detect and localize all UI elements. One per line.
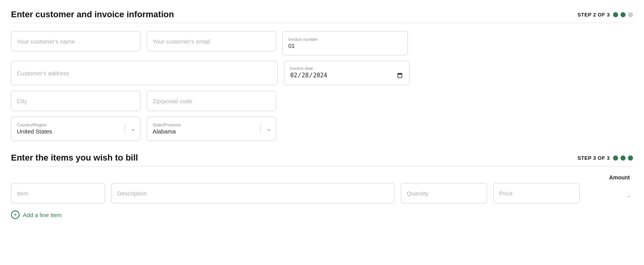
quantity-input[interactable] — [401, 183, 487, 203]
country-select[interactable]: United States — [17, 128, 135, 135]
customer-name-input[interactable] — [11, 31, 140, 51]
step2-divider — [11, 23, 633, 23]
step3-dot-3 — [628, 155, 633, 161]
price-group — [493, 183, 580, 203]
items-input-row: - — [11, 183, 633, 203]
state-select-divider — [260, 124, 261, 133]
step2-title: Enter customer and invoice information — [11, 9, 174, 20]
form-row-4: Country/Region United States ⌄ State/Pro… — [11, 117, 633, 141]
step2-indicator: STEP 2 OF 3 — [577, 12, 633, 18]
address-input[interactable] — [11, 61, 278, 85]
step3-divider — [11, 166, 633, 166]
step2-dot-3 — [628, 12, 633, 17]
item-group — [11, 183, 105, 203]
address-group — [11, 61, 278, 85]
step3-dots — [613, 155, 633, 161]
city-input[interactable] — [11, 91, 140, 111]
add-line-item-label: Add a line item — [23, 212, 62, 218]
state-label: State/Province — [153, 122, 270, 127]
step3-title: Enter the items you wish to bill — [11, 153, 138, 163]
item-input[interactable] — [11, 183, 105, 203]
country-select-wrapper: Country/Region United States ⌄ — [11, 117, 140, 141]
price-input[interactable] — [493, 183, 580, 203]
form-row-2: Invoice date — [11, 61, 633, 85]
country-select-divider — [125, 124, 125, 133]
step3-dot-1 — [613, 155, 618, 161]
step3-section: Enter the items you wish to bill STEP 3 … — [11, 153, 633, 221]
state-select[interactable]: Alabama — [153, 128, 270, 135]
step3-dot-2 — [620, 155, 626, 161]
description-group — [111, 183, 395, 203]
items-header-row: Amount — [11, 174, 633, 181]
city-group — [11, 91, 140, 111]
step2-dot-1 — [613, 12, 618, 17]
country-label: Country/Region — [17, 122, 135, 127]
amount-value: - — [586, 187, 633, 199]
form-row-3 — [11, 91, 633, 111]
step3-header: Enter the items you wish to bill STEP 3 … — [11, 153, 633, 163]
form-row-1: Invoice number — [11, 31, 633, 55]
invoice-number-wrapper: Invoice number — [282, 31, 408, 55]
step2-header: Enter customer and invoice information S… — [11, 9, 633, 20]
add-circle-icon: + — [11, 210, 20, 219]
description-input[interactable] — [111, 183, 395, 203]
step2-dot-2 — [620, 12, 626, 17]
customer-email-input[interactable] — [147, 31, 276, 51]
invoice-number-label: Invoice number — [288, 37, 402, 42]
state-group: State/Province Alabama ⌄ — [147, 117, 276, 141]
quantity-group — [401, 183, 487, 203]
step2-dots — [613, 12, 633, 17]
invoice-date-input[interactable] — [290, 71, 404, 79]
customer-name-group — [11, 31, 140, 55]
invoice-number-group: Invoice number — [282, 31, 408, 55]
state-select-wrapper: State/Province Alabama ⌄ — [147, 117, 276, 141]
zip-group — [147, 91, 276, 111]
step3-indicator: STEP 3 OF 3 — [577, 155, 633, 161]
country-group: Country/Region United States ⌄ — [11, 117, 140, 141]
customer-email-group — [147, 31, 276, 55]
invoice-date-wrapper: Invoice date — [284, 61, 409, 85]
amount-header: Amount — [586, 174, 633, 181]
zip-input[interactable] — [147, 91, 276, 111]
step3-label: STEP 3 OF 3 — [577, 155, 610, 161]
invoice-number-input[interactable] — [288, 42, 402, 49]
invoice-date-label: Invoice date — [290, 66, 404, 71]
invoice-date-group: Invoice date — [284, 61, 409, 85]
step2-label: STEP 2 OF 3 — [577, 12, 610, 18]
add-line-item-button[interactable]: + Add a line item — [11, 209, 62, 221]
